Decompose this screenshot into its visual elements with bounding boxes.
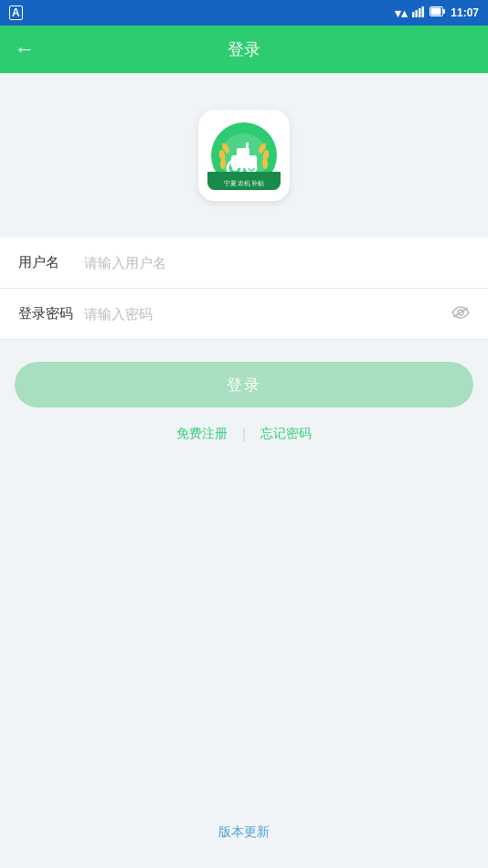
svg-rect-2 — [419, 8, 421, 17]
signal-icon — [412, 6, 425, 20]
username-label: 用户名 — [18, 254, 77, 271]
login-button[interactable]: 登录 — [15, 362, 473, 408]
a-icon: A — [9, 5, 23, 20]
svg-rect-6 — [443, 9, 445, 14]
status-bar: A ▾▴ 11:07 — [0, 0, 488, 26]
status-bar-left: A — [9, 5, 23, 20]
forgot-password-link[interactable]: 忘记密码 — [260, 426, 312, 442]
svg-rect-3 — [422, 6, 425, 17]
toggle-password-icon[interactable] — [451, 304, 470, 323]
svg-rect-21 — [246, 143, 249, 152]
username-row: 用户名 — [0, 238, 488, 289]
status-bar-right: ▾▴ 11:07 — [395, 6, 479, 20]
time-display: 11:07 — [451, 6, 479, 19]
battery-icon — [430, 6, 446, 19]
logo-section: 宁夏农机补贴 — [198, 110, 290, 201]
links-divider: | — [242, 427, 246, 441]
register-link[interactable]: 免费注册 — [176, 426, 228, 442]
svg-rect-1 — [416, 10, 419, 17]
nav-bar: ← 登录 — [0, 26, 488, 73]
logo-container: 宁夏农机补贴 — [198, 110, 290, 201]
back-button[interactable]: ← — [15, 37, 35, 61]
login-btn-wrapper: 登录 — [0, 340, 488, 408]
bottom-version: 版本更新 — [0, 823, 488, 841]
password-input[interactable] — [77, 306, 451, 322]
nav-title: 登录 — [228, 38, 260, 60]
links-row: 免费注册 | 忘记密码 — [176, 426, 312, 442]
svg-point-20 — [249, 166, 253, 170]
app-logo: 宁夏农机补贴 — [207, 119, 281, 192]
form-section: 用户名 登录密码 — [0, 238, 488, 340]
username-input[interactable] — [77, 255, 470, 270]
version-update-link[interactable]: 版本更新 — [218, 824, 270, 839]
password-row: 登录密码 — [0, 289, 488, 340]
svg-rect-5 — [431, 8, 441, 16]
svg-rect-0 — [412, 12, 415, 17]
wifi-icon: ▾▴ — [395, 6, 408, 20]
main-content: 宁夏农机补贴 用户名 登录密码 登录 免费注册 | — [0, 73, 488, 868]
svg-point-18 — [232, 165, 238, 171]
password-label: 登录密码 — [18, 305, 77, 323]
